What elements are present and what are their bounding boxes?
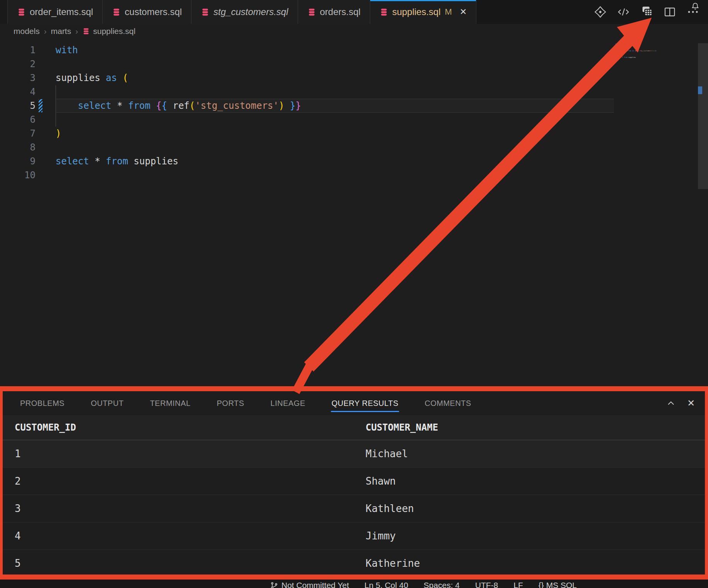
maximize-panel-chevron-icon[interactable]: [666, 399, 676, 408]
panel-tab[interactable]: LINEAGE: [270, 393, 306, 414]
breadcrumb-label: models: [14, 27, 40, 36]
table-cell: 5: [15, 558, 366, 569]
panel-tab[interactable]: TERMINAL: [149, 393, 191, 414]
status-label: Spaces: 4: [423, 581, 459, 588]
status-label: LF: [513, 581, 523, 588]
editor-tab[interactable]: stg_customers.sql: [191, 0, 298, 24]
close-panel-icon[interactable]: ✕: [687, 398, 695, 409]
editor-actions: [594, 0, 700, 24]
code-line: supplies as (: [56, 71, 301, 85]
code-line: [615, 59, 656, 60]
code-editor[interactable]: withsupplies as ( select * from {{ ref('…: [56, 43, 301, 182]
editor-tab[interactable]: supplies.sqlM✕: [370, 0, 476, 24]
line-number: 2: [0, 57, 36, 71]
tab-label: orders.sql: [320, 7, 361, 17]
editor-tab[interactable]: orders.sql: [298, 0, 370, 24]
table-cell: 3: [15, 503, 366, 514]
line-numbers-gutter: 12345678910: [0, 43, 36, 182]
table-row[interactable]: 5Katherine: [0, 550, 708, 577]
panel-tab[interactable]: QUERY RESULTS: [331, 393, 399, 414]
status-item[interactable]: Spaces: 4: [423, 581, 459, 588]
minimap[interactable]: withsupplies as ( select * from {{ ref('…: [615, 43, 656, 60]
status-label: Ln 5, Col 40: [364, 581, 408, 588]
breadcrumb-item[interactable]: marts: [51, 27, 71, 36]
code-line: [56, 113, 301, 127]
database-icon: [379, 8, 388, 17]
line-number: 4: [0, 85, 36, 99]
status-label: {} MS SQL: [539, 581, 577, 588]
panel-tab[interactable]: PORTS: [216, 393, 245, 414]
code-line: select * from {{ ref('stg_customers') }}: [56, 99, 301, 113]
tab-bar-left-edge: [0, 0, 8, 24]
table-cell: Jimmy: [366, 530, 708, 542]
column-header[interactable]: CUSTOMER_NAME: [366, 422, 708, 433]
query-results-icon[interactable]: [640, 5, 653, 19]
line-number: 5: [0, 99, 36, 113]
status-item[interactable]: {} MS SQL: [539, 581, 577, 588]
breadcrumb: models›marts›supplies.sql: [14, 24, 136, 39]
editor-tab[interactable]: customers.sql: [103, 0, 191, 24]
status-item[interactable]: Ln 5, Col 40: [364, 581, 408, 588]
code-line: [56, 57, 301, 71]
database-icon: [17, 8, 26, 17]
column-header[interactable]: CUSTOMER_ID: [15, 422, 366, 433]
dbt-icon[interactable]: [594, 5, 607, 19]
code-line: with: [56, 43, 301, 57]
panel-tab-list: PROBLEMSOUTPUTTERMINALPORTSLINEAGEQUERY …: [0, 391, 708, 415]
code-line: ): [56, 127, 301, 140]
database-icon: [82, 27, 90, 35]
table-row[interactable]: 2Shawn: [0, 468, 708, 495]
breadcrumb-separator: ›: [44, 27, 47, 36]
status-item[interactable]: LF: [513, 581, 523, 588]
breadcrumb-item[interactable]: supplies.sql: [82, 27, 136, 36]
table-cell: 1: [15, 448, 366, 460]
line-number: 6: [0, 113, 36, 127]
panel-actions: ✕: [666, 391, 695, 415]
code-line: [56, 85, 301, 99]
table-cell: 2: [15, 475, 366, 487]
panel-tab[interactable]: OUTPUT: [90, 393, 124, 414]
tab-label: order_items.sql: [30, 7, 93, 17]
line-number: 3: [0, 71, 36, 85]
table-row[interactable]: 3Kathleen: [0, 495, 708, 522]
breadcrumb-separator: ›: [75, 27, 78, 36]
notifications-bell-icon[interactable]: [691, 2, 700, 10]
breadcrumb-item[interactable]: models: [14, 27, 40, 36]
close-tab-icon[interactable]: ✕: [460, 7, 467, 17]
split-editor-icon[interactable]: [663, 5, 676, 19]
table-cell: Shawn: [366, 475, 708, 487]
table-cell: Katherine: [366, 558, 708, 569]
query-results-table: CUSTOMER_IDCUSTOMER_NAME1Michael2Shawn3K…: [0, 415, 708, 577]
table-row[interactable]: 4Jimmy: [0, 522, 708, 550]
table-row[interactable]: 1Michael: [0, 440, 708, 468]
status-label: UTF-8: [475, 581, 498, 588]
code-line: select * from supplies: [56, 154, 301, 168]
code-line: select * from {{ ref('stg_customers') }}: [615, 50, 656, 52]
tab-label: supplies.sql: [392, 7, 440, 17]
breadcrumb-label: marts: [51, 27, 71, 36]
line-number: 8: [0, 140, 36, 154]
modified-badge: M: [445, 7, 452, 17]
breadcrumb-label: supplies.sql: [93, 27, 136, 36]
code-line: [56, 140, 301, 154]
database-icon: [112, 8, 121, 17]
table-header-row: CUSTOMER_IDCUSTOMER_NAME: [0, 415, 708, 440]
editor-scrollbar[interactable]: [698, 43, 708, 189]
code-preview-icon[interactable]: [617, 5, 630, 19]
git-modified-gutter-marker: [39, 99, 42, 112]
panel-tab[interactable]: COMMENTS: [424, 393, 472, 414]
database-icon: [201, 8, 210, 17]
line-number: 1: [0, 43, 36, 57]
code-line: [56, 168, 301, 182]
tab-label: stg_customers.sql: [213, 7, 288, 17]
line-number: 9: [0, 154, 36, 168]
table-cell: Michael: [366, 448, 708, 460]
minimap-modified-marker: [613, 49, 615, 52]
line-number: 7: [0, 127, 36, 140]
table-cell: 4: [15, 530, 366, 542]
panel-tab[interactable]: PROBLEMS: [19, 393, 65, 414]
status-item[interactable]: UTF-8: [475, 581, 498, 588]
status-item[interactable]: Not Committed Yet: [270, 581, 349, 588]
editor-tab[interactable]: order_items.sql: [8, 0, 103, 24]
status-label: Not Committed Yet: [281, 581, 349, 588]
